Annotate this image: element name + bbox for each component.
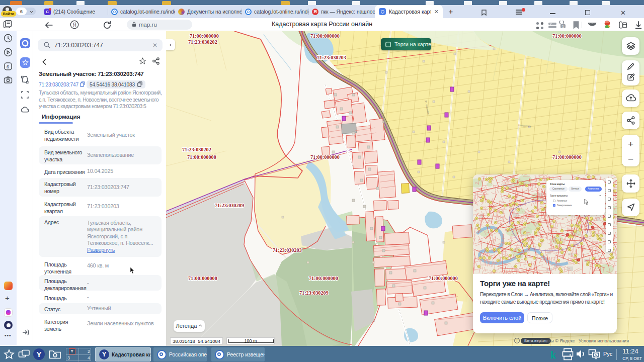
svg-text:71:00:000000: 71:00:000000 — [188, 276, 217, 281]
svg-text:71:00:000000: 71:00:000000 — [309, 276, 338, 281]
svg-text:71:00:000000: 71:00:000000 — [310, 154, 340, 160]
svg-text:71:00:000000: 71:00:000000 — [552, 33, 582, 39]
svg-text:71:00:000000: 71:00:000000 — [310, 33, 340, 39]
svg-text:71:23:030203: 71:23:030203 — [317, 55, 346, 60]
svg-text:71:23:030203: 71:23:030203 — [273, 247, 302, 253]
svg-text:71:00:000000: 71:00:000000 — [190, 33, 219, 39]
svg-text:71:23:030209: 71:23:030209 — [215, 203, 244, 208]
svg-text:71:00:000000: 71:00:000000 — [429, 276, 458, 281]
svg-text:71:23:030202: 71:23:030202 — [188, 39, 217, 45]
svg-text:71:23:030209: 71:23:030209 — [299, 290, 329, 296]
svg-text:71:23:030202: 71:23:030202 — [182, 147, 211, 152]
svg-text:6: 6 — [7, 64, 9, 69]
svg-text:71:00:000000: 71:00:000000 — [187, 154, 216, 160]
svg-text:71:00:000000: 71:00:000000 — [552, 154, 582, 160]
svg-text:Я: Я — [73, 22, 76, 28]
svg-text:1: 1 — [562, 25, 564, 28]
